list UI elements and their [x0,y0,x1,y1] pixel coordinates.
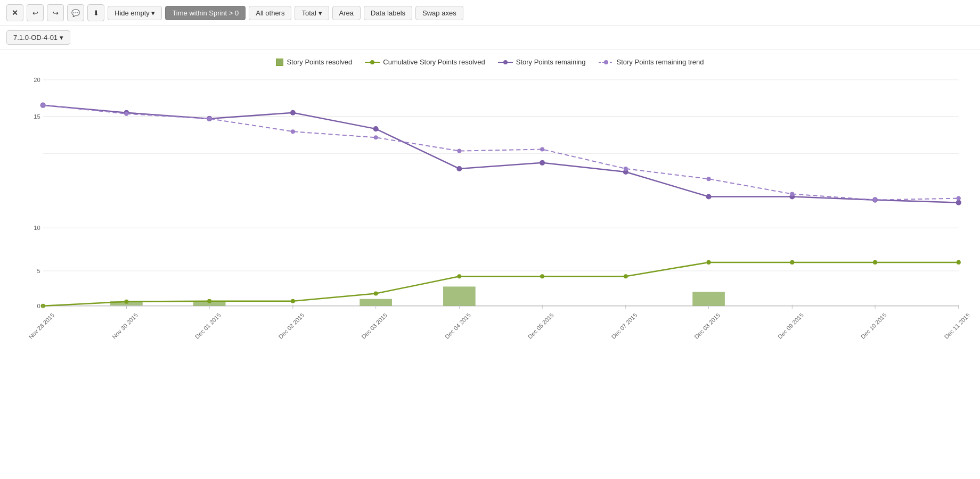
download-button[interactable]: ⬇ [87,4,104,21]
x-label-10: Dec 10 2015 [860,312,888,340]
area-button[interactable]: Area [332,6,361,20]
trend-dot-11 [957,196,961,201]
cum-dot-2 [207,299,211,303]
redo-button[interactable]: ↪ [47,4,64,21]
legend-label-remaining: Story Points remaining [516,58,586,66]
x-label-6: Dec 05 2015 [527,312,555,340]
x-label-4: Dec 03 2015 [360,312,388,340]
all-others-button[interactable]: All others [249,6,291,20]
cum-dot-6 [540,274,544,278]
trend-dot-3 [291,129,295,134]
rem-dot-3 [290,110,296,115]
comment-button[interactable]: 💬 [67,4,84,21]
swap-axes-button[interactable]: Swap axes [415,6,463,20]
download-icon: ⬇ [93,9,99,17]
y-label-20: 20 [34,77,40,83]
trend-dot-5 [457,149,461,153]
y-label-0: 0 [37,303,40,309]
rem-dot-4 [373,126,379,131]
chart-container: Story Points resolved Cumulative Story P… [0,49,980,410]
legend-box-bars [276,59,283,66]
version-selector[interactable]: 7.1.0-OD-4-01 ▾ [6,30,70,45]
cum-dot-11 [957,260,961,265]
y-label-5: 5 [37,268,40,274]
rem-dot-8 [706,194,712,199]
close-icon: ✕ [12,9,18,17]
svg-point-3 [503,60,508,64]
legend-label-cumulative: Cumulative Story Points resolved [383,58,485,66]
rem-dot-11 [956,200,961,205]
undo-icon: ↩ [32,9,38,17]
legend-item-remaining: Story Points remaining [498,58,586,66]
cum-dot-5 [457,274,461,278]
chart-area: 20 15 10 0 5 [11,75,969,404]
version-row: 7.1.0-OD-4-01 ▾ [0,26,980,49]
x-label-0: Nov 28 2015 [27,312,55,340]
cumulative-line [43,262,959,306]
trend-dot-1 [124,112,128,116]
trend-dot-0 [41,103,45,108]
trend-dot-6 [540,147,544,152]
cum-dot-10 [873,260,877,265]
svg-point-5 [604,60,608,64]
data-labels-button[interactable]: Data labels [364,6,412,20]
cum-dot-4 [374,292,378,296]
legend-line-remaining [498,59,513,66]
x-label-5: Dec 04 2015 [444,312,472,340]
trend-dot-2 [207,117,211,121]
trend-dot-7 [624,167,628,171]
close-button[interactable]: ✕ [6,4,23,21]
cum-dot-8 [707,260,711,265]
legend-label-trend: Story Points remaining trend [617,58,704,66]
bar-dec04 [443,286,476,305]
time-within-sprint-button[interactable]: Time within Sprint > 0 [165,6,246,20]
trend-dot-10 [873,198,877,202]
hide-empty-button[interactable]: Hide empty ▾ [108,6,162,20]
chart-svg: 20 15 10 0 5 [11,75,969,398]
trend-dot-4 [374,135,378,139]
y-label-10: 10 [34,225,40,231]
x-label-8: Dec 08 2015 [693,312,721,340]
cum-dot-9 [790,260,794,265]
x-label-9: Dec 09 2015 [777,312,805,340]
x-label-2: Dec 01 2015 [194,312,222,340]
comment-icon: 💬 [71,9,80,17]
trend-line [43,105,959,200]
cum-dot-1 [124,300,128,304]
chart-legend: Story Points resolved Cumulative Story P… [11,58,969,66]
bar-dec08 [692,292,725,306]
rem-dot-5 [456,166,462,171]
legend-line-trend [599,59,614,66]
undo-button[interactable]: ↩ [27,4,44,21]
cum-dot-7 [624,274,628,278]
svg-point-1 [370,60,374,64]
toolbar: ✕ ↩ ↪ 💬 ⬇ Hide empty ▾ Time within Sprin… [0,0,980,26]
redo-icon: ↪ [53,9,59,17]
svg-rect-6 [43,75,959,398]
y-label-15: 15 [34,113,40,120]
legend-item-trend: Story Points remaining trend [599,58,704,66]
total-button[interactable]: Total ▾ [295,6,329,20]
x-label-11: Dec 11 2015 [943,312,969,340]
trend-dot-9 [790,192,794,196]
cum-dot-3 [291,299,295,303]
legend-item-bars: Story Points resolved [276,58,352,66]
rem-dot-6 [540,160,545,166]
x-label-1: Nov 30 2015 [111,312,139,340]
x-label-7: Dec 07 2015 [610,312,638,340]
legend-line-cumulative [365,59,380,66]
legend-label-bars: Story Points resolved [287,58,352,66]
trend-dot-8 [707,177,711,181]
legend-item-cumulative: Cumulative Story Points resolved [365,58,485,66]
x-label-3: Dec 02 2015 [277,312,306,340]
